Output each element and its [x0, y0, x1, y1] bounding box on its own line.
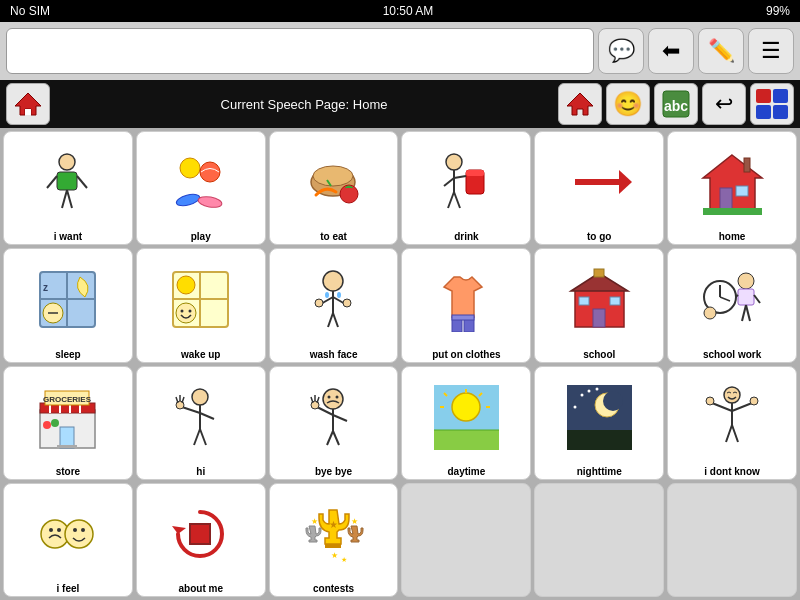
symbol-label-store: store — [56, 466, 80, 477]
svg-rect-117 — [434, 430, 499, 450]
svg-point-46 — [189, 310, 192, 313]
svg-point-138 — [65, 520, 93, 548]
status-bar: No SIM 10:50 AM 99% — [0, 0, 800, 22]
svg-line-68 — [742, 305, 746, 321]
home-nav-button[interactable] — [6, 83, 50, 125]
symbol-empty-1 — [401, 483, 531, 597]
svg-line-25 — [448, 192, 454, 208]
svg-rect-63 — [579, 297, 589, 305]
svg-rect-23 — [466, 170, 484, 176]
svg-rect-33 — [703, 208, 762, 215]
text-input-area[interactable] — [6, 28, 594, 74]
svg-text:★: ★ — [331, 551, 338, 560]
symbol-bye-bye[interactable]: bye bye — [269, 366, 399, 480]
symbol-store[interactable]: GROCERIES store — [3, 366, 133, 480]
edit-button[interactable]: ✏️ — [698, 28, 744, 74]
symbol-school-work[interactable]: school work — [667, 248, 797, 362]
speech-page-label: Current Speech Page: Home — [54, 97, 554, 112]
svg-line-106 — [317, 397, 319, 403]
svg-line-95 — [200, 413, 214, 419]
symbol-label-about-me: about me — [179, 583, 223, 594]
symbol-nighttime[interactable]: nighttime — [534, 366, 664, 480]
svg-line-96 — [194, 429, 200, 445]
symbol-label-home: home — [719, 231, 746, 242]
svg-point-11 — [180, 158, 200, 178]
menu-button[interactable]: ☰ — [748, 28, 794, 74]
svg-line-90 — [182, 407, 200, 413]
svg-marker-28 — [619, 170, 632, 194]
svg-line-24 — [454, 176, 466, 178]
svg-rect-64 — [610, 297, 620, 305]
symbol-i-want[interactable]: i want — [3, 131, 133, 245]
symbol-i-feel[interactable]: i feel — [3, 483, 133, 597]
svg-point-19 — [446, 154, 462, 170]
symbol-label-i-want: i want — [54, 231, 82, 242]
svg-line-104 — [311, 397, 313, 403]
nav-home-button[interactable] — [558, 83, 602, 125]
carrier-label: No SIM — [10, 4, 50, 18]
symbol-label-i-feel: i feel — [57, 583, 80, 594]
svg-rect-67 — [738, 289, 754, 305]
symbol-to-eat[interactable]: to eat — [269, 131, 399, 245]
svg-point-85 — [43, 421, 51, 429]
svg-line-129 — [712, 403, 732, 411]
nav-back-arrow-button[interactable]: ↩ — [702, 83, 746, 125]
symbol-label-bye-bye: bye bye — [315, 466, 352, 477]
symbol-wake-up[interactable]: wake up — [136, 248, 266, 362]
symbol-sleep[interactable]: z sleep — [3, 248, 133, 362]
svg-rect-65 — [594, 269, 604, 277]
svg-point-123 — [587, 389, 590, 392]
svg-rect-32 — [744, 158, 750, 172]
symbol-label-wake-up: wake up — [181, 349, 220, 360]
svg-point-111 — [452, 393, 480, 421]
time-label: 10:50 AM — [383, 4, 434, 18]
svg-point-124 — [573, 405, 576, 408]
svg-rect-126 — [567, 430, 632, 450]
svg-point-66 — [738, 273, 754, 289]
symbol-drink[interactable]: drink — [401, 131, 531, 245]
svg-line-10 — [67, 190, 72, 208]
svg-point-51 — [315, 299, 323, 307]
svg-line-55 — [328, 313, 333, 327]
symbol-label-put-on-clothes: put on clothes — [432, 349, 500, 360]
svg-text:★: ★ — [341, 556, 347, 563]
svg-line-133 — [726, 425, 732, 442]
svg-text:z: z — [43, 282, 48, 293]
symbol-label-nighttime: nighttime — [577, 466, 622, 477]
symbol-daytime[interactable]: daytime — [401, 366, 531, 480]
symbol-contests[interactable]: ★ ★ ★ ★ ★ contests — [269, 483, 399, 597]
symbol-about-me[interactable]: about me — [136, 483, 266, 597]
back-button[interactable]: ⬅ — [648, 28, 694, 74]
svg-rect-143 — [325, 544, 341, 548]
symbol-put-on-clothes[interactable]: put on clothes — [401, 248, 531, 362]
symbol-school[interactable]: school — [534, 248, 664, 362]
svg-line-109 — [333, 431, 339, 445]
symbol-to-go[interactable]: to go — [534, 131, 664, 245]
svg-rect-87 — [57, 445, 77, 448]
nav-smiley-button[interactable]: 😊 — [606, 83, 650, 125]
symbol-home[interactable]: home — [667, 131, 797, 245]
svg-point-12 — [200, 162, 220, 182]
svg-marker-141 — [172, 526, 186, 534]
symbol-label-hi: hi — [196, 466, 205, 477]
symbol-i-dont-know[interactable]: i dont know — [667, 366, 797, 480]
symbol-wash-face[interactable]: wash face — [269, 248, 399, 362]
svg-line-130 — [732, 403, 752, 411]
svg-point-140 — [81, 528, 85, 532]
svg-line-71 — [754, 295, 760, 303]
svg-rect-142 — [190, 524, 210, 544]
svg-point-99 — [328, 395, 331, 398]
nav-abc-button[interactable]: abc — [654, 83, 698, 125]
symbol-hi[interactable]: hi — [136, 366, 266, 480]
svg-text:GROCERIES: GROCERIES — [43, 395, 92, 404]
symbol-play[interactable]: play — [136, 131, 266, 245]
svg-line-56 — [333, 313, 338, 327]
svg-point-53 — [325, 292, 329, 298]
svg-point-132 — [750, 397, 758, 405]
symbol-label-to-go: to go — [587, 231, 611, 242]
svg-rect-6 — [57, 172, 77, 190]
speech-bubble-button[interactable]: 💬 — [598, 28, 644, 74]
nav-color-grid-button[interactable] — [750, 83, 794, 125]
battery-label: 99% — [766, 4, 790, 18]
svg-point-5 — [59, 154, 75, 170]
